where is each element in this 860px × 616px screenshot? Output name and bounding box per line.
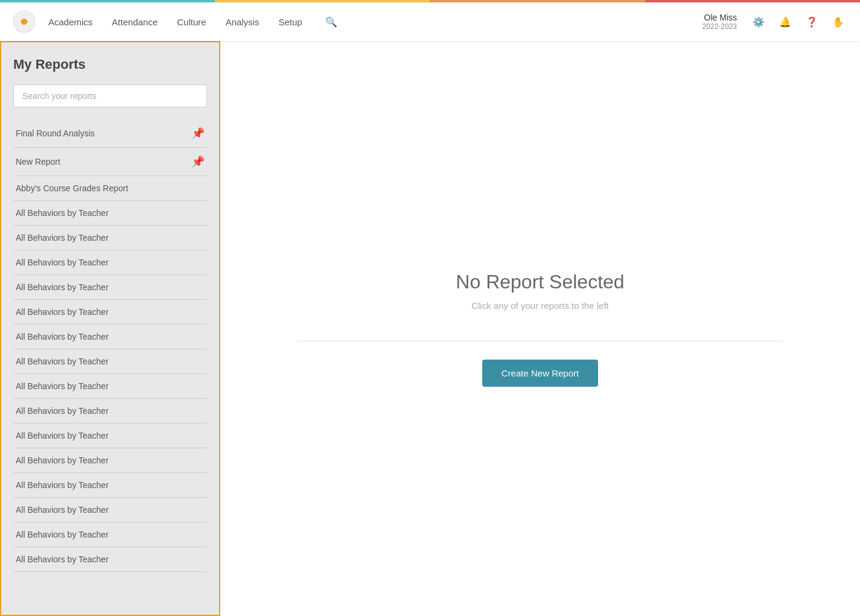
report-name: All Behaviors by Teacher: [16, 208, 109, 218]
list-item[interactable]: New Report 📌: [13, 148, 207, 176]
list-item[interactable]: All Behaviors by Teacher: [13, 522, 207, 547]
sidebar-title: My Reports: [13, 57, 207, 72]
nav-user-name: Ole Miss: [704, 13, 737, 22]
report-name: All Behaviors by Teacher: [16, 233, 109, 243]
report-name: All Behaviors by Teacher: [16, 480, 109, 490]
nav-right: Ole Miss 2022-2023 ⚙️ 🔔 ❓ ✋: [702, 12, 848, 31]
report-name: Abby's Course Grades Report: [16, 183, 128, 193]
no-report-section: No Report Selected Click any of your rep…: [456, 271, 624, 311]
no-report-subtitle: Click any of your reports to the left: [471, 300, 609, 311]
report-name: All Behaviors by Teacher: [16, 282, 109, 292]
section-divider: [299, 341, 782, 341]
list-item[interactable]: Final Round Analysis 📌: [13, 119, 207, 148]
list-item[interactable]: All Behaviors by Teacher: [13, 547, 207, 572]
list-item[interactable]: All Behaviors by Teacher: [13, 498, 207, 522]
list-item[interactable]: All Behaviors by Teacher: [13, 374, 207, 399]
app-logo[interactable]: [12, 10, 36, 34]
list-item[interactable]: All Behaviors by Teacher: [13, 448, 207, 473]
pin-icon: 📌: [191, 127, 205, 140]
list-item[interactable]: Abby's Course Grades Report: [13, 176, 207, 201]
report-name: All Behaviors by Teacher: [16, 258, 109, 267]
nav-culture[interactable]: Culture: [177, 17, 206, 27]
report-name: All Behaviors by Teacher: [16, 307, 109, 317]
settings-icon[interactable]: ⚙️: [749, 12, 768, 31]
nav-analysis[interactable]: Analysis: [226, 17, 260, 27]
create-new-report-button[interactable]: Create New Report: [482, 360, 598, 387]
list-item[interactable]: All Behaviors by Teacher: [13, 424, 207, 448]
report-list: Final Round Analysis 📌 New Report 📌 Abby…: [13, 119, 207, 572]
list-item[interactable]: All Behaviors by Teacher: [13, 473, 207, 498]
list-item[interactable]: All Behaviors by Teacher: [13, 226, 207, 250]
report-name: All Behaviors by Teacher: [16, 530, 109, 539]
main-content: No Report Selected Click any of your rep…: [220, 41, 860, 616]
report-name: All Behaviors by Teacher: [16, 431, 109, 440]
report-name: All Behaviors by Teacher: [16, 406, 109, 416]
navbar: Academics Attendance Culture Analysis Se…: [0, 2, 860, 41]
nav-attendance[interactable]: Attendance: [112, 17, 158, 27]
report-name: All Behaviors by Teacher: [16, 357, 109, 366]
help-icon[interactable]: ❓: [802, 12, 821, 31]
nav-links: Academics Attendance Culture Analysis Se…: [48, 12, 702, 31]
report-name: New Report: [16, 157, 60, 167]
hand-icon[interactable]: ✋: [829, 12, 848, 31]
list-item[interactable]: All Behaviors by Teacher: [13, 275, 207, 300]
main-layout: My Reports Final Round Analysis 📌 New Re…: [0, 41, 860, 616]
report-name: All Behaviors by Teacher: [16, 381, 109, 391]
nav-search-icon[interactable]: 🔍: [322, 12, 341, 31]
report-name: Final Round Analysis: [16, 129, 95, 138]
notifications-icon[interactable]: 🔔: [776, 12, 795, 31]
sidebar: My Reports Final Round Analysis 📌 New Re…: [0, 41, 220, 616]
no-report-title: No Report Selected: [456, 271, 624, 293]
report-name: All Behaviors by Teacher: [16, 332, 109, 341]
nav-user-info: Ole Miss 2022-2023: [702, 13, 737, 31]
list-item[interactable]: All Behaviors by Teacher: [13, 325, 207, 349]
list-item[interactable]: All Behaviors by Teacher: [13, 399, 207, 424]
nav-setup[interactable]: Setup: [278, 17, 302, 27]
search-input[interactable]: [13, 84, 207, 107]
pin-icon: 📌: [191, 155, 205, 168]
report-name: All Behaviors by Teacher: [16, 456, 109, 465]
svg-point-1: [21, 19, 27, 25]
list-item[interactable]: All Behaviors by Teacher: [13, 300, 207, 325]
list-item[interactable]: All Behaviors by Teacher: [13, 201, 207, 226]
nav-academics[interactable]: Academics: [48, 17, 92, 27]
list-item[interactable]: All Behaviors by Teacher: [13, 250, 207, 275]
report-name: All Behaviors by Teacher: [16, 505, 109, 515]
nav-user-year: 2022-2023: [702, 22, 737, 31]
list-item[interactable]: All Behaviors by Teacher: [13, 349, 207, 374]
report-name: All Behaviors by Teacher: [16, 554, 109, 564]
